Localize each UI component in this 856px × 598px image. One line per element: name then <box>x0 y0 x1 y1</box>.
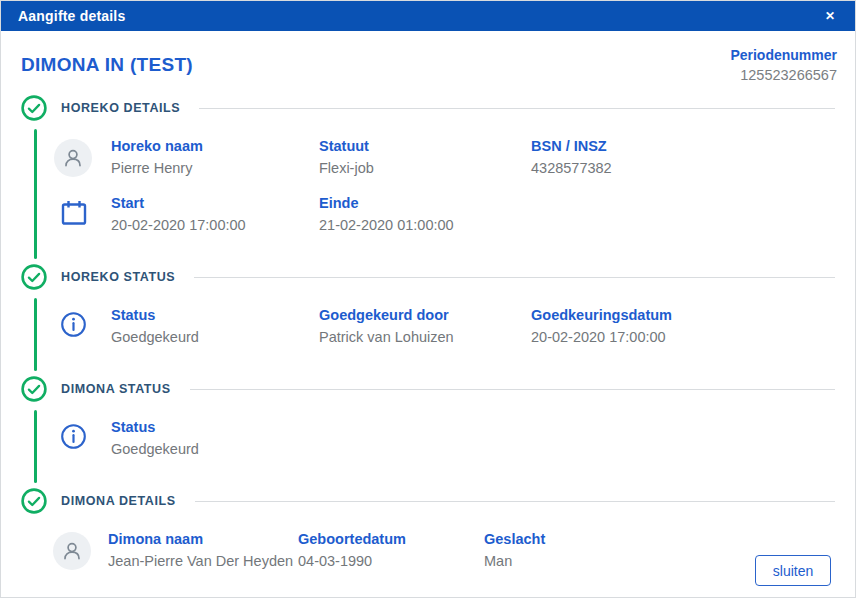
check-circle-icon <box>21 264 47 290</box>
section-header: DIMONA STATUS <box>21 376 837 402</box>
field-geboortedatum: Geboortedatum 04-03-1990 <box>298 530 484 571</box>
detail-row: Status Goedgekeurd Goedgekeurd door Patr… <box>54 306 837 347</box>
close-button[interactable]: ✕ <box>821 6 839 26</box>
field-status: Status Goedgekeurd <box>111 306 319 347</box>
field-dimona-naam: Dimona naam Jean-Pierre Van Der Heyden <box>108 530 298 571</box>
detail-row: Status Goedgekeurd <box>54 418 837 459</box>
field-value: Pierre Henry <box>111 159 319 178</box>
field-label: Dimona naam <box>108 530 298 549</box>
field-value: Jean-Pierre Van Der Heyden <box>108 552 298 571</box>
period-label: Periodenummer <box>730 47 837 63</box>
field-value: 20-02-2020 17:00:00 <box>111 216 319 235</box>
calendar-icon <box>59 198 89 232</box>
person-icon <box>54 139 92 177</box>
close-icon: ✕ <box>825 9 835 23</box>
row-icon-cell <box>54 139 111 177</box>
page-head: DIMONA IN (TEST) Periodenummer 125523266… <box>21 47 837 83</box>
field-label: Geboortedatum <box>298 530 484 549</box>
timeline: HOREKO DETAILS Horeko naam <box>21 95 837 598</box>
field-label: Horeko naam <box>111 137 319 156</box>
field-value: Patrick van Lohuizen <box>319 328 531 347</box>
field-value: 04-03-1990 <box>298 552 484 571</box>
field-value: 20-02-2020 17:00:00 <box>531 328 837 347</box>
field-label: Status <box>111 306 319 325</box>
section-divider <box>199 108 835 109</box>
field-label: Goedgekeurd door <box>319 306 531 325</box>
row-icon-cell <box>53 532 108 570</box>
detail-row: Start 20-02-2020 17:00:00 Einde 21-02-20… <box>54 194 837 235</box>
section-divider <box>190 389 835 390</box>
section-horeko-details: HOREKO DETAILS Horeko naam <box>21 95 837 264</box>
field-label: BSN / INSZ <box>531 137 837 156</box>
row-icon-cell <box>54 198 111 232</box>
section-title: HOREKO STATUS <box>61 270 175 284</box>
section-header: HOREKO DETAILS <box>21 95 837 121</box>
aangifte-details-modal: Aangifte details ✕ DIMONA IN (TEST) Peri… <box>0 0 856 598</box>
section-horeko-status: HOREKO STATUS Stat <box>21 264 837 376</box>
modal-titlebar: Aangifte details ✕ <box>1 1 855 31</box>
section-header: HOREKO STATUS <box>21 264 837 290</box>
field-value: 4328577382 <box>531 159 837 178</box>
check-circle-icon <box>21 488 47 514</box>
field-goedgekeurd-door: Goedgekeurd door Patrick van Lohuizen <box>319 306 531 347</box>
section-divider <box>195 501 835 502</box>
detail-row: Horeko naam Pierre Henry Statuut Flexi-j… <box>54 137 837 178</box>
row-icon-cell <box>54 423 111 454</box>
modal-title: Aangifte details <box>18 8 125 24</box>
field-value: Flexi-job <box>319 159 531 178</box>
page-title: DIMONA IN (TEST) <box>21 54 193 76</box>
sluiten-button[interactable]: sluiten <box>755 555 831 586</box>
field-value: Goedgekeurd <box>111 328 319 347</box>
modal-content: DIMONA IN (TEST) Periodenummer 125523266… <box>1 31 855 598</box>
field-value: 21-02-2020 01:00:00 <box>319 216 531 235</box>
field-goedkeuringsdatum: Goedkeuringsdatum 20-02-2020 17:00:00 <box>531 306 837 347</box>
section-header: DIMONA DETAILS <box>21 488 837 514</box>
field-start: Start 20-02-2020 17:00:00 <box>111 194 319 235</box>
field-statuut: Statuut Flexi-job <box>319 137 531 178</box>
field-horeko-naam: Horeko naam Pierre Henry <box>111 137 319 178</box>
field-status: Status Goedgekeurd <box>111 418 319 459</box>
check-circle-icon <box>21 376 47 402</box>
field-label: Status <box>111 418 319 437</box>
period-block: Periodenummer 125523266567 <box>730 47 837 83</box>
field-label: Statuut <box>319 137 531 156</box>
section-title: HOREKO DETAILS <box>61 101 180 115</box>
section-title: DIMONA STATUS <box>61 382 171 396</box>
field-label: Einde <box>319 194 531 213</box>
period-value: 125523266567 <box>730 67 837 83</box>
field-label: Goedkeuringsdatum <box>531 306 837 325</box>
info-icon <box>60 311 87 342</box>
field-value: Goedgekeurd <box>111 440 319 459</box>
section-divider <box>194 277 835 278</box>
section-title: DIMONA DETAILS <box>61 494 176 508</box>
person-icon <box>53 532 91 570</box>
check-circle-icon <box>21 95 47 121</box>
field-bsn-insz: BSN / INSZ 4328577382 <box>531 137 837 178</box>
field-label: Geslacht <box>484 530 837 549</box>
info-icon <box>60 423 87 454</box>
detail-row: Dimona naam Jean-Pierre Van Der Heyden G… <box>53 530 837 571</box>
field-einde: Einde 21-02-2020 01:00:00 <box>319 194 531 235</box>
section-dimona-details: DIMONA DETAILS Dimona naam <box>21 488 837 598</box>
row-icon-cell <box>54 311 111 342</box>
section-dimona-status: DIMONA STATUS Stat <box>21 376 837 488</box>
field-label: Start <box>111 194 319 213</box>
